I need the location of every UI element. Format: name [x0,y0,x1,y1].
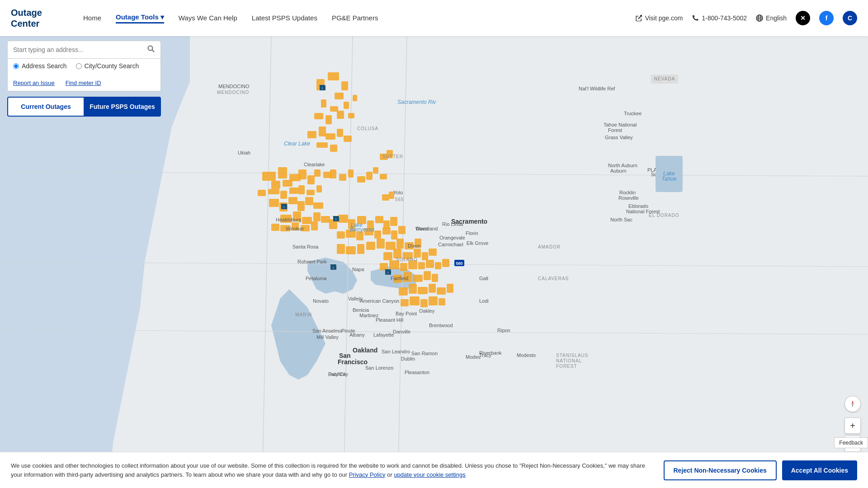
svg-text:Pleasanton: Pleasanton [405,370,429,375]
svg-text:Stanislaus: Stanislaus [556,353,589,358]
svg-text:Novato: Novato [313,298,329,304]
visit-pge-link[interactable]: Visit pge.com [635,14,683,22]
accept-cookies-button[interactable]: Accept All Cookies [782,460,857,480]
svg-marker-236 [852,404,854,408]
city-county-search-radio[interactable]: City/County Search [76,62,139,70]
twitter-icon[interactable]: ✕ [796,11,810,25]
svg-text:MENDOCINO: MENDOCINO [217,90,249,95]
feedback-button[interactable]: Feedback [834,437,868,448]
svg-rect-113 [432,274,438,282]
svg-text:Truckee: Truckee [624,111,642,116]
nav-latest-psps[interactable]: Latest PSPS Updates [252,14,317,23]
svg-text:Danville: Danville [393,329,410,334]
svg-text:Brentwood: Brentwood [429,323,453,328]
current-outages-tab[interactable]: Current Outages [7,97,85,117]
external-link-icon [635,14,642,22]
compass-button[interactable] [844,396,861,412]
svg-rect-49 [348,169,354,178]
svg-rect-59 [313,202,323,209]
svg-text:Forest: Forest [556,364,577,369]
language-link[interactable]: English [756,14,787,22]
nav-pge-partners[interactable]: PG&E Partners [332,14,378,23]
svg-text:Sacramento: Sacramento [451,218,487,225]
svg-rect-48 [339,174,346,181]
svg-text:Carmichael: Carmichael [438,242,463,247]
nav-ways-we-can-help[interactable]: Ways We Can Help [179,14,237,23]
nav-home[interactable]: Home [83,14,101,23]
reject-cookies-button[interactable]: Reject Non-Necessary Cookies [664,460,777,480]
svg-text:Pleasant Hill: Pleasant Hill [376,317,403,323]
svg-text:American Canyon: American Canyon [360,298,399,304]
zoom-in-button[interactable]: + [844,418,861,434]
svg-rect-23 [348,113,354,118]
svg-text:North Sac: North Sac [610,217,632,222]
report-issue-link[interactable]: Report an Issue [13,80,55,86]
svg-rect-118 [437,287,446,295]
svg-rect-18 [344,102,349,109]
search-box [7,41,161,59]
cookie-banner: We use cookies and other technologies to… [0,452,868,488]
svg-rect-21 [337,111,344,119]
svg-rect-15 [335,93,344,99]
svg-text:Rohnert Park: Rohnert Park [297,259,327,264]
svg-text:Elk Grove: Elk Grove [467,240,488,246]
svg-rect-26 [326,133,335,140]
svg-rect-75 [375,216,383,223]
svg-text:National Forest: National Forest [626,209,660,214]
svg-rect-58 [305,197,313,205]
svg-rect-37 [307,175,315,184]
svg-rect-51 [366,172,373,180]
globe-icon [756,14,763,22]
cookie-settings-link[interactable]: update your cookie settings [394,471,465,478]
svg-rect-45 [316,185,322,192]
svg-text:Healdsburg: Healdsburg [276,217,301,222]
map-container[interactable]: i i i i i MENDOCINO MENDOCINO Ukiah Clea… [0,36,868,488]
svg-rect-69 [311,221,318,230]
svg-rect-63 [313,212,321,221]
phone-link[interactable]: 1-800-743-5002 [692,14,747,22]
privacy-policy-link[interactable]: Privacy Policy [349,471,386,478]
svg-rect-13 [328,72,339,80]
svg-text:Lafayette: Lafayette [373,332,394,338]
svg-line-234 [152,50,155,52]
address-search-radio[interactable]: Address Search [13,62,67,70]
svg-rect-80 [356,231,363,240]
svg-text:565: 565 [395,197,404,202]
svg-text:Florin: Florin [466,230,478,236]
find-meter-link[interactable]: Find meter ID [66,80,101,86]
svg-rect-124 [439,298,445,305]
svg-text:Dublin: Dublin [401,356,415,361]
cookie-buttons: Reject Non-Necessary Cookies Accept All … [664,460,858,480]
svg-text:Windsor: Windsor [286,226,304,231]
svg-rect-98 [414,249,421,258]
svg-rect-89 [396,239,404,249]
svg-text:Tahoe: Tahoe [662,176,677,182]
search-input[interactable] [13,46,143,53]
nav-outage-tools[interactable]: Outage Tools ▾ [116,13,164,23]
svg-text:Francisco: Francisco [338,358,368,366]
svg-rect-114 [399,287,408,296]
svg-rect-64 [321,216,330,223]
svg-rect-108 [442,259,449,267]
search-options: Address Search City/County Search [7,59,161,75]
svg-text:NEVADA: NEVADA [654,76,675,81]
chat-icon[interactable]: C [843,11,857,25]
svg-rect-54 [269,199,279,207]
svg-text:Mill Valley: Mill Valley [316,334,339,340]
svg-text:National: National [556,358,582,363]
future-psps-tab[interactable]: Future PSPS Outages [85,97,161,117]
svg-text:San Anselmo: San Anselmo [312,328,342,333]
logo: Outage Center [11,7,65,29]
svg-rect-50 [357,176,365,183]
svg-rect-115 [409,284,417,294]
svg-text:Bay Point: Bay Point [396,311,417,316]
svg-rect-123 [429,296,438,305]
facebook-icon[interactable]: f [819,11,834,25]
svg-rect-38 [314,169,321,177]
svg-rect-14 [341,81,348,90]
svg-rect-65 [271,224,279,231]
search-button[interactable] [147,45,155,55]
svg-text:Rocklin: Rocklin [619,190,636,195]
cookie-text: We use cookies and other technologies to… [11,461,653,479]
svg-text:AMADOR: AMADOR [538,244,561,249]
